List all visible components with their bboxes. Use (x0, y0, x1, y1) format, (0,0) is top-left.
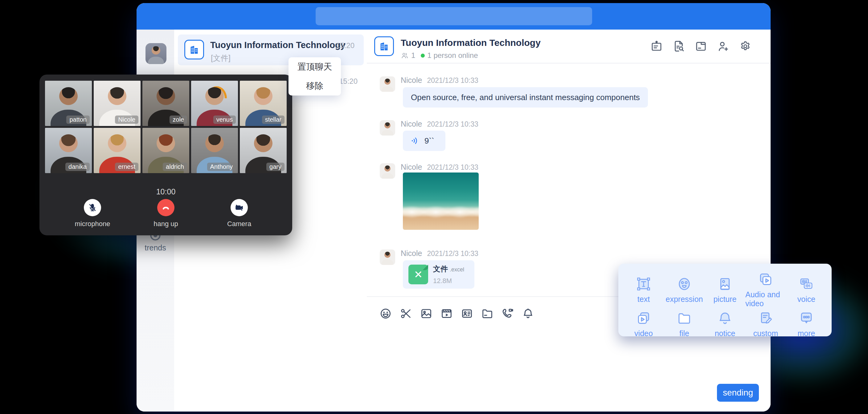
microphone-toggle[interactable]: microphone (65, 199, 120, 228)
participant-name: Anthony (207, 163, 236, 171)
participant-name: gary (266, 163, 284, 171)
user-avatar[interactable] (146, 43, 166, 64)
participant-tile: aldrich (143, 128, 189, 173)
panel-label: voice (798, 295, 815, 304)
participant-name: Nicole (115, 116, 138, 124)
panel-item-audio-video[interactable]: Audio and video (745, 271, 786, 308)
voice-wave-icon (410, 136, 420, 146)
online-status: 1 person online (427, 51, 478, 60)
panel-item-custom[interactable]: custom (745, 310, 786, 338)
participant-tile: danika (45, 128, 92, 173)
file-meta: 文件.excel 12.8M (433, 264, 464, 285)
chat-subtitle: 1 1 person online (401, 51, 478, 60)
screenshot-button[interactable] (400, 307, 412, 320)
call-controls: microphone hang up Camera (39, 199, 292, 228)
video-call-overlay: patton Nicole zole venus stellar danika … (39, 74, 292, 235)
camera-muted-icon (234, 202, 244, 213)
file-name-row: 文件.excel (433, 264, 464, 274)
panel-item-file[interactable]: file (664, 310, 705, 338)
panel-label: expression (666, 295, 703, 304)
notice-icon (717, 310, 733, 326)
participant-tile: stellar (240, 81, 287, 126)
excel-x-glyph: ✕ (414, 269, 423, 280)
search-bar[interactable] (316, 7, 592, 25)
chat-header: Tuoyun Information Technology 1 1 person… (367, 30, 771, 63)
video-call-icon (501, 307, 514, 320)
participant-name: aldrich (163, 163, 187, 171)
message-avatar[interactable] (380, 120, 395, 135)
participant-grid: patton Nicole zole venus stellar danika … (45, 81, 287, 173)
message-meta: Nicole2021/12/3 10:33 (401, 120, 478, 128)
video-button[interactable] (440, 307, 453, 320)
camera-circle[interactable] (230, 199, 248, 216)
avatar-silhouette (380, 76, 395, 92)
settings-button[interactable] (739, 39, 752, 53)
panel-item-more[interactable]: more (786, 310, 827, 338)
participant-tile: zole (143, 81, 189, 126)
participant-tile: venus (191, 81, 238, 126)
message-meta: Nicole2021/12/3 10:33 (401, 249, 478, 258)
chat-panel: Tuoyun Information Technology 1 1 person… (367, 30, 771, 412)
image-message-beach[interactable] (403, 172, 479, 230)
panel-item-video[interactable]: video (623, 310, 664, 338)
hang-up-button[interactable]: hang up (139, 199, 193, 228)
participant-tile: gary (240, 128, 287, 173)
voice-message-bubble[interactable]: 9`` (403, 131, 445, 151)
announcement-button[interactable] (650, 39, 663, 53)
sender-name: Nicole (401, 76, 422, 85)
menu-item-remove[interactable]: 移除 (288, 76, 341, 95)
message-avatar[interactable] (380, 250, 395, 265)
settings-icon (739, 40, 752, 53)
menu-item-pin-chat[interactable]: 置顶聊天 (288, 57, 341, 76)
image-button[interactable] (420, 307, 433, 320)
panel-item-notice[interactable]: notice (705, 310, 745, 338)
more-icon (798, 310, 815, 326)
message-meta: Nicole2021/12/3 10:33 (401, 163, 478, 171)
panel-item-voice[interactable]: voice (786, 271, 827, 308)
video-call-button[interactable] (501, 307, 514, 320)
text-message-bubble[interactable]: Open source, free, and universal instant… (403, 87, 648, 107)
participant-name: patton (66, 116, 90, 124)
notification-button[interactable] (522, 307, 534, 320)
conversation-last-message: [文件] (211, 53, 230, 63)
mic-label: microphone (65, 220, 120, 228)
contact-card-icon (461, 307, 473, 320)
conversation-title: Tuoyun Information Technology (210, 40, 345, 50)
panel-item-picture[interactable]: picture (705, 271, 745, 308)
expression-icon (676, 276, 692, 292)
file-message-bubble[interactable]: ✕ 文件.excel 12.8M (403, 260, 474, 289)
file-size: 12.8M (433, 277, 464, 285)
message-avatar[interactable] (380, 76, 395, 92)
panel-item-text[interactable]: text (623, 271, 664, 308)
participant-tile: patton (45, 81, 92, 126)
message-avatar[interactable] (380, 163, 395, 179)
files-icon (694, 40, 707, 53)
sender-name: Nicole (401, 249, 422, 257)
add-member-icon (717, 40, 730, 53)
files-button[interactable] (694, 39, 708, 53)
emoji-button[interactable] (379, 307, 392, 320)
emoji-icon (379, 307, 392, 320)
message-time: 2021/12/3 10:33 (427, 76, 478, 85)
add-member-button[interactable] (716, 39, 730, 53)
voice-duration: 9`` (425, 136, 434, 146)
avatar-silhouette (380, 163, 395, 179)
chat-history-button[interactable] (672, 39, 685, 53)
mic-circle[interactable] (84, 199, 101, 216)
panel-label: more (798, 329, 815, 338)
send-button[interactable]: sending (717, 384, 759, 402)
hangup-circle[interactable] (157, 199, 175, 216)
message-time: 2021/12/3 10:33 (427, 120, 478, 128)
panel-label: text (638, 295, 650, 304)
hangup-label: hang up (139, 220, 193, 228)
text-icon (635, 276, 652, 292)
panel-item-expression[interactable]: expression (664, 271, 705, 308)
announcement-icon (650, 40, 663, 53)
contact-card-button[interactable] (461, 307, 473, 320)
camera-toggle[interactable]: Camera (212, 199, 266, 228)
panel-label: video (634, 329, 653, 338)
building-icon (188, 44, 200, 56)
chat-header-actions (650, 39, 752, 53)
folder-button[interactable] (481, 307, 494, 320)
call-timer: 10:00 (39, 187, 292, 196)
